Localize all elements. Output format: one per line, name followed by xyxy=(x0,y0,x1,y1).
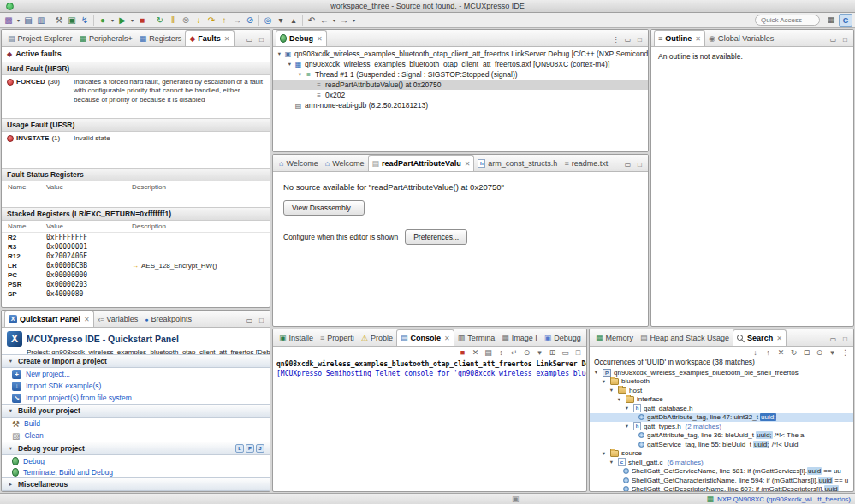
section-miscellaneous[interactable]: ▸ Miscellaneous xyxy=(2,477,270,491)
tab-properties[interactable]: ≡ Properti xyxy=(317,330,358,346)
new-c-project-icon[interactable]: ▣ xyxy=(66,15,78,27)
run-icon[interactable]: ▶ xyxy=(116,15,128,27)
pin-console-icon[interactable]: ⊙ xyxy=(522,348,531,357)
console-output[interactable]: qn908xcdk_wireless_examples_bluetooth_ot… xyxy=(273,358,586,380)
tab-breakpoints[interactable]: ● Breakpoints xyxy=(141,311,195,327)
minimize-icon[interactable]: ▭ xyxy=(623,161,632,169)
new-wizard-icon[interactable]: ▩ xyxy=(3,15,15,27)
word-wrap-icon[interactable]: ↵ xyxy=(509,348,519,357)
search-match-row[interactable]: ShellGatt_GetServiceName, line 581: if (… xyxy=(590,467,853,477)
run-dropdown-icon[interactable]: ▾ xyxy=(129,15,135,27)
last-edit-location-icon[interactable]: ↶ xyxy=(306,15,318,27)
save-all-icon[interactable]: ▥ xyxy=(35,15,47,27)
search-file-row[interactable]: ▾ h gatt_database.h xyxy=(590,404,853,413)
quick-access-input[interactable] xyxy=(755,15,820,26)
close-icon[interactable]: ✕ xyxy=(224,35,230,43)
debug-launch-node[interactable]: ▾ ▣ qn908xcdk_wireless_examples_bluetoot… xyxy=(273,49,648,59)
chevron-down-icon[interactable]: ▾ xyxy=(600,378,608,385)
jlink-probe-icon[interactable]: J xyxy=(256,444,264,453)
maximize-icon[interactable]: □ xyxy=(840,36,850,44)
link-new-project[interactable]: + New project... xyxy=(2,368,270,380)
fault-row-forced[interactable]: FORCED (30) Indicates a forced hard faul… xyxy=(2,75,270,106)
restart-icon[interactable]: ↻ xyxy=(154,15,166,27)
build-icon[interactable]: ⚒ xyxy=(53,15,65,27)
skip-breakpoints-icon[interactable]: ⊘ xyxy=(244,15,256,27)
fault-row-invstate[interactable]: INVSTATE (1) Invalid state xyxy=(2,132,270,145)
remove-launch-icon[interactable]: ✕ xyxy=(471,348,480,357)
notification-icon[interactable]: ▣ xyxy=(512,495,520,503)
executable-node[interactable]: ▾ ▦ qn908xcdk_wireless_examples_bluetoot… xyxy=(273,59,648,69)
minimize-icon[interactable]: ▭ xyxy=(245,317,254,324)
tab-search[interactable]: Search ✕ xyxy=(733,329,787,346)
step-return-icon[interactable]: ↑ xyxy=(218,15,230,27)
search-match-row[interactable]: gattAttribute_tag, line 36: bleUuid_t uu… xyxy=(590,431,853,441)
tab-heap-stack-usage[interactable]: ▤ Heap and Stack Usage xyxy=(637,330,733,346)
debug-icon[interactable]: ● xyxy=(97,15,109,27)
chevron-down-icon[interactable]: ▾ xyxy=(7,445,15,452)
close-icon[interactable]: ✕ xyxy=(465,160,471,168)
chevron-down-icon[interactable]: ▾ xyxy=(592,369,600,376)
tab-arm-const-structs[interactable]: h arm_const_structs.h xyxy=(474,156,561,171)
link-import-sdk-examples[interactable]: ↓ Import SDK example(s)... xyxy=(2,380,270,392)
tab-outline[interactable]: ≡ Outline ✕ xyxy=(654,30,705,46)
tab-image-info[interactable]: ▦ Image I xyxy=(498,330,541,346)
previous-match-icon[interactable]: ↑ xyxy=(763,348,773,357)
target-device-link[interactable]: NXP QN908XC (qn908xcdk_wi...tt_freertos) xyxy=(717,495,851,503)
chevron-down-icon[interactable]: ▾ xyxy=(608,459,615,465)
search-folder-row[interactable]: ▾ source xyxy=(590,449,853,459)
register-row-lr[interactable]: LR0x0000BCBB →AES_128_Encrypt_HW() xyxy=(2,261,270,270)
debug-dropdown-icon[interactable]: ▾ xyxy=(110,15,116,27)
minimize-icon[interactable]: ▭ xyxy=(828,335,838,343)
search-project-row[interactable]: ▾ P qn908xcdk_wireless_examples_bluetoot… xyxy=(590,368,853,377)
close-icon[interactable]: ✕ xyxy=(84,316,90,323)
run-search-again-icon[interactable]: ↻ xyxy=(789,348,799,357)
flash-programmer-icon[interactable]: ↯ xyxy=(79,15,91,27)
register-row[interactable]: R120x2002406E xyxy=(2,252,270,261)
link-terminate-build-debug[interactable]: Terminate, Build and Debug xyxy=(2,466,270,477)
maximize-icon[interactable]: □ xyxy=(257,36,266,44)
scroll-lock-icon[interactable]: ↕ xyxy=(496,348,506,357)
tab-registers[interactable]: ▦ Registers xyxy=(136,31,186,46)
terminate-icon[interactable]: ■ xyxy=(136,15,148,27)
thread-node[interactable]: ▾ ≡ Thread #1 1 (Suspended : Signal : SI… xyxy=(273,69,648,80)
search-folder-row[interactable]: ▾ bluetooth xyxy=(590,377,853,387)
step-over-icon[interactable]: ↷ xyxy=(205,15,217,27)
link-clean[interactable]: ▨ Clean xyxy=(2,430,270,442)
remove-match-icon[interactable]: ✕ xyxy=(776,348,786,357)
close-icon[interactable]: ✕ xyxy=(695,35,701,43)
register-row[interactable]: PC0x00000000 xyxy=(2,270,270,280)
gdb-process-node[interactable]: ▤ arm-none-eabi-gdb (8.2.50.20181213) xyxy=(273,100,648,110)
search-toolbar-icon[interactable]: ◎ xyxy=(262,15,274,27)
minimize-icon[interactable]: ▭ xyxy=(245,36,254,44)
chevron-right-icon[interactable]: ▸ xyxy=(7,481,15,488)
suspend-icon[interactable]: ‖ xyxy=(167,15,179,27)
minimize-icon[interactable]: ▭ xyxy=(623,36,632,44)
tab-debug[interactable]: Debug ✕ xyxy=(276,30,327,46)
save-icon[interactable]: ▤ xyxy=(22,15,34,27)
back-icon[interactable]: ← xyxy=(318,15,330,27)
disconnect-icon[interactable]: ⊗ xyxy=(180,15,192,27)
register-row[interactable]: R20xFFFFFFFF xyxy=(2,233,270,242)
search-match-row[interactable]: gattService_tag, line 55: bleUuid_t uuid… xyxy=(590,440,853,449)
tab-global-variables[interactable]: ◉ Global Variables xyxy=(705,31,777,46)
search-match-row[interactable]: ShellGatt_GetDescriptorName, line 607: i… xyxy=(590,485,853,492)
pin-search-icon[interactable]: ⊙ xyxy=(815,348,824,357)
maximize-icon[interactable]: □ xyxy=(635,36,644,44)
open-perspective-icon[interactable]: ▦ xyxy=(824,14,838,27)
maximize-icon[interactable]: □ xyxy=(573,348,583,357)
tab-problems[interactable]: ⚠ Proble xyxy=(358,330,396,346)
register-row[interactable]: PSR0x00000203 xyxy=(2,280,270,289)
tab-readme[interactable]: ≡ readme.txt xyxy=(561,156,611,171)
preferences-button[interactable]: Preferences... xyxy=(405,229,467,245)
next-match-icon[interactable]: ↓ xyxy=(751,348,760,357)
tab-debugger-console[interactable]: ▣ Debugg xyxy=(541,330,585,346)
section-debug[interactable]: ▾ Debug your project L P J xyxy=(2,442,270,455)
stack-frame-node-selected[interactable]: ≡ readPartAttributeValue() at 0x20750 xyxy=(273,80,648,90)
view-menu-icon[interactable]: ⋮ xyxy=(611,36,620,44)
tab-project-explorer[interactable]: ▤ Project Explorer xyxy=(4,31,76,46)
chevron-down-icon[interactable]: ▾ xyxy=(608,387,615,394)
section-create-import[interactable]: ▾ Create or import a project xyxy=(2,354,270,368)
maximize-icon[interactable]: □ xyxy=(635,161,644,169)
chevron-down-icon[interactable]: ▾ xyxy=(623,423,631,430)
close-icon[interactable]: ✕ xyxy=(776,335,782,342)
